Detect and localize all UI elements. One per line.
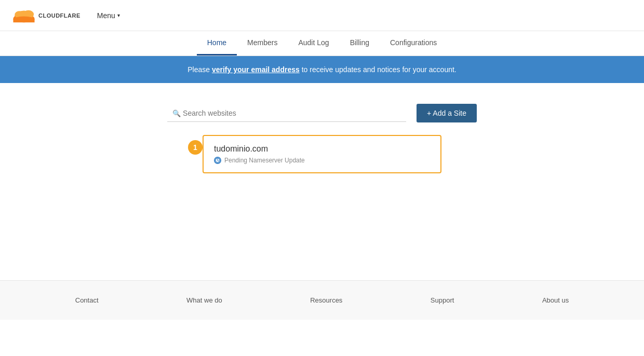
- sites-area: 1 tudominio.com Pending Nameserver Updat…: [12, 135, 632, 173]
- nav-tabs: Home Members Audit Log Billing Configura…: [197, 31, 448, 56]
- banner-text-before: Please: [187, 65, 212, 74]
- main-content: 🔍 + Add a Site 1 tudominio.com Pending: [0, 83, 644, 280]
- site-status: Pending Nameserver Update: [214, 157, 430, 164]
- verify-email-link[interactable]: verify your email address: [212, 65, 300, 74]
- tab-members[interactable]: Members: [237, 31, 288, 56]
- footer-link-what-we-do[interactable]: What we do: [186, 296, 222, 304]
- banner-text-after: to receive updates and notices for your …: [302, 65, 457, 74]
- site-status-text: Pending Nameserver Update: [224, 157, 305, 164]
- svg-rect-8: [13, 19, 34, 22]
- site-list-container: 1 tudominio.com Pending Nameserver Updat…: [203, 135, 441, 173]
- tab-billing[interactable]: Billing: [340, 31, 380, 56]
- footer-link-contact[interactable]: Contact: [75, 296, 99, 304]
- footer: Contact What we do Resources Support Abo…: [0, 280, 644, 320]
- svg-line-11: [218, 160, 219, 161]
- chevron-down-icon: ▾: [117, 12, 120, 18]
- email-verification-banner: Please verify your email address to rece…: [0, 56, 644, 83]
- cloudflare-logo-icon: [12, 8, 35, 23]
- site-card[interactable]: tudominio.com Pending Nameserver Update: [203, 135, 441, 173]
- search-wrapper: 🔍: [167, 105, 406, 122]
- header: CLOUDFLARE Menu ▾: [0, 0, 644, 31]
- search-icon: 🔍: [172, 109, 181, 117]
- pending-status-icon: [214, 157, 221, 164]
- add-site-button[interactable]: + Add a Site: [417, 104, 477, 122]
- footer-link-support[interactable]: Support: [431, 296, 454, 304]
- logo-text: CLOUDFLARE: [38, 12, 81, 19]
- menu-button[interactable]: Menu ▾: [97, 11, 120, 20]
- site-badge-number: 1: [188, 140, 203, 155]
- tab-home[interactable]: Home: [197, 31, 237, 56]
- search-add-row: 🔍 + Add a Site: [12, 104, 632, 122]
- nav-bar: Home Members Audit Log Billing Configura…: [0, 31, 644, 56]
- footer-link-resources[interactable]: Resources: [310, 296, 342, 304]
- footer-link-about-us[interactable]: About us: [542, 296, 569, 304]
- search-input[interactable]: [167, 105, 406, 122]
- footer-links: Contact What we do Resources Support Abo…: [31, 291, 613, 309]
- logo-area: CLOUDFLARE Menu ▾: [12, 8, 120, 23]
- cloudflare-logo: CLOUDFLARE: [12, 8, 81, 23]
- site-domain: tudominio.com: [214, 144, 430, 154]
- tab-configurations[interactable]: Configurations: [380, 31, 447, 56]
- tab-audit-log[interactable]: Audit Log: [288, 31, 339, 56]
